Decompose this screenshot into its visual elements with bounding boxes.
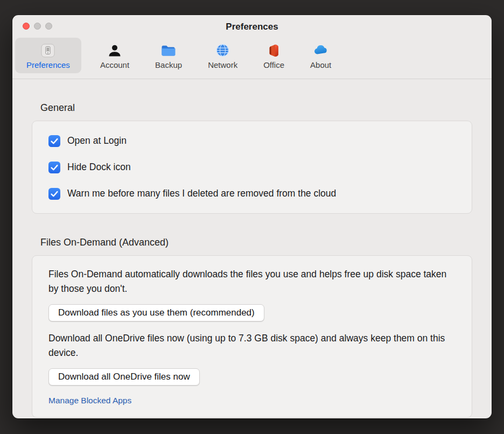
tab-office[interactable]: Office [256, 38, 291, 73]
traffic-lights [23, 23, 52, 30]
files-on-demand-group: Files On-Demand automatically downloads … [32, 255, 472, 418]
download-all-onedrive-files-button[interactable]: Download all OneDrive files now [48, 368, 200, 386]
close-button[interactable] [23, 23, 30, 30]
tab-label: About [310, 60, 331, 69]
checkbox-label: Hide Dock icon [67, 162, 131, 173]
download-all-description: Download all OneDrive files now (using u… [48, 331, 456, 360]
cloud-icon [312, 42, 329, 59]
checkbox-checked-icon[interactable] [48, 188, 60, 200]
folder-icon [160, 42, 177, 59]
zoom-button[interactable] [45, 23, 52, 30]
tab-backup[interactable]: Backup [148, 38, 189, 73]
manage-blocked-apps-link[interactable]: Manage Blocked Apps [48, 396, 131, 405]
files-on-demand-description: Files On-Demand automatically downloads … [48, 267, 456, 296]
checkbox-label: Warn me before many files I deleted are … [67, 188, 336, 199]
tab-label: Account [100, 60, 129, 69]
checkbox-row-open-at-login[interactable]: Open at Login [48, 128, 456, 154]
tab-label: Backup [155, 60, 182, 69]
tab-label: Office [263, 60, 284, 69]
tab-preferences[interactable]: Preferences [15, 38, 81, 73]
checkbox-checked-icon[interactable] [48, 162, 60, 173]
general-heading: General [40, 102, 472, 114]
tab-label: Preferences [26, 60, 70, 69]
checkbox-checked-icon[interactable] [48, 135, 60, 147]
checkbox-row-hide-dock-icon[interactable]: Hide Dock icon [48, 154, 456, 180]
tab-label: Network [208, 60, 237, 69]
checkbox-label: Open at Login [67, 135, 127, 146]
minimize-button[interactable] [34, 23, 41, 30]
tab-network[interactable]: Network [201, 38, 244, 73]
preferences-window: Preferences Preferences Account [12, 15, 492, 418]
general-group: Open at Login Hide Dock icon [32, 121, 472, 214]
download-files-as-used-button[interactable]: Download files as you use them (recommen… [48, 304, 264, 321]
files-on-demand-heading: Files On-Demand (Advanced) [40, 237, 472, 248]
office-icon [267, 42, 282, 59]
window-title: Preferences [226, 18, 278, 32]
device-icon [40, 42, 56, 59]
content-area: General Open at Login [12, 102, 492, 418]
titlebar: Preferences [12, 15, 492, 36]
tab-about[interactable]: About [303, 38, 338, 73]
globe-icon [215, 42, 230, 59]
checkbox-row-warn-before-delete[interactable]: Warn me before many files I deleted are … [48, 180, 456, 207]
tab-account[interactable]: Account [93, 38, 136, 73]
toolbar: Preferences Account Backup [12, 36, 492, 79]
person-icon [107, 42, 122, 59]
